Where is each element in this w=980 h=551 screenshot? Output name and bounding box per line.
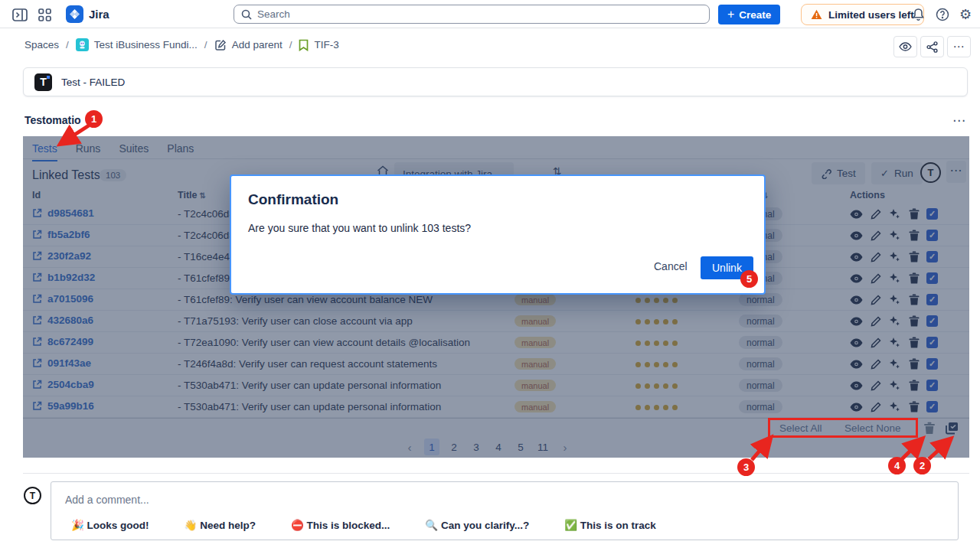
comment-input[interactable]: Add a comment... 🎉 Looks good!👋 Need hel…	[51, 481, 959, 540]
cancel-button[interactable]: Cancel	[654, 260, 688, 272]
warning-triangle-icon	[811, 9, 822, 20]
quick-reply-chip-1[interactable]: 🎉 Looks good!	[71, 519, 149, 531]
annotation-highlight-rect	[768, 418, 918, 438]
modal-title: Confirmation	[248, 191, 338, 208]
search-placeholder: Search	[257, 8, 290, 20]
search-input[interactable]: Search	[234, 5, 710, 24]
search-icon	[241, 9, 252, 20]
test-status-card[interactable]: T Test - FAILED	[23, 67, 968, 96]
app-switcher-icon[interactable]	[36, 7, 53, 22]
annotation-step-4: 4	[888, 457, 906, 474]
breadcrumb-add-parent[interactable]: Add parent	[232, 39, 283, 51]
bookmark-icon	[299, 39, 309, 51]
limited-users-warning[interactable]: Limited users left	[801, 4, 924, 25]
app-title: Jira	[89, 8, 109, 21]
top-navbar: Jira Search + Create Limited users left	[0, 0, 980, 28]
test-status-label: Test - FAILED	[61, 77, 125, 88]
create-button[interactable]: + Create	[718, 5, 780, 24]
watch-eye-button[interactable]	[893, 36, 917, 57]
annotation-step-3: 3	[737, 458, 755, 476]
quick-reply-chip-5[interactable]: ✅ This is on track	[564, 519, 656, 531]
jira-logo-icon[interactable]	[66, 5, 83, 23]
breadcrumb-row: Spaces / Test iBusiness Fundi... / Add p…	[0, 28, 980, 62]
quick-reply-chip-4[interactable]: 🔍 Can you clarify...?	[425, 519, 529, 531]
quick-replies: 🎉 Looks good!👋 Need help?⛔ This is block…	[71, 519, 656, 531]
sidebar-collapse-icon[interactable]	[11, 7, 28, 22]
annotation-step-1: 1	[85, 110, 103, 128]
quick-reply-chip-2[interactable]: 👋 Need help?	[185, 519, 256, 531]
comment-placeholder: Add a comment...	[65, 494, 149, 506]
content-divider	[23, 473, 969, 474]
notifications-bell-icon[interactable]	[910, 7, 926, 22]
settings-gear-icon[interactable]: ⚙	[957, 7, 974, 22]
edit-icon	[214, 39, 227, 51]
testomatio-logo-icon: T	[34, 73, 52, 91]
modal-body-text: Are you sure that you want to unlink 103…	[248, 222, 471, 234]
quick-reply-chip-3[interactable]: ⛔ This is blocked...	[291, 519, 390, 531]
breadcrumb-spaces[interactable]: Spaces	[24, 39, 59, 51]
annotation-step-2: 2	[913, 457, 931, 474]
more-actions-button[interactable]: ⋯	[947, 36, 971, 57]
user-avatar: T	[24, 487, 41, 504]
help-icon[interactable]	[934, 7, 951, 22]
confirmation-modal: Confirmation Are you sure that you want …	[230, 174, 766, 295]
page: Jira Search + Create Limited users left	[0, 0, 980, 551]
share-button[interactable]	[920, 36, 944, 57]
section-heading: Testomatio	[24, 114, 81, 126]
breadcrumb-issue-key[interactable]: TIF-3	[314, 39, 338, 51]
space-avatar-icon	[76, 38, 89, 51]
breadcrumb: Spaces / Test iBusiness Fundi... / Add p…	[24, 38, 339, 51]
breadcrumb-space-name[interactable]: Test iBusiness Fundi...	[94, 39, 198, 51]
plus-icon: +	[727, 8, 734, 21]
annotation-step-5: 5	[740, 270, 758, 288]
section-menu-ellipsis[interactable]: ⋯	[952, 112, 966, 129]
